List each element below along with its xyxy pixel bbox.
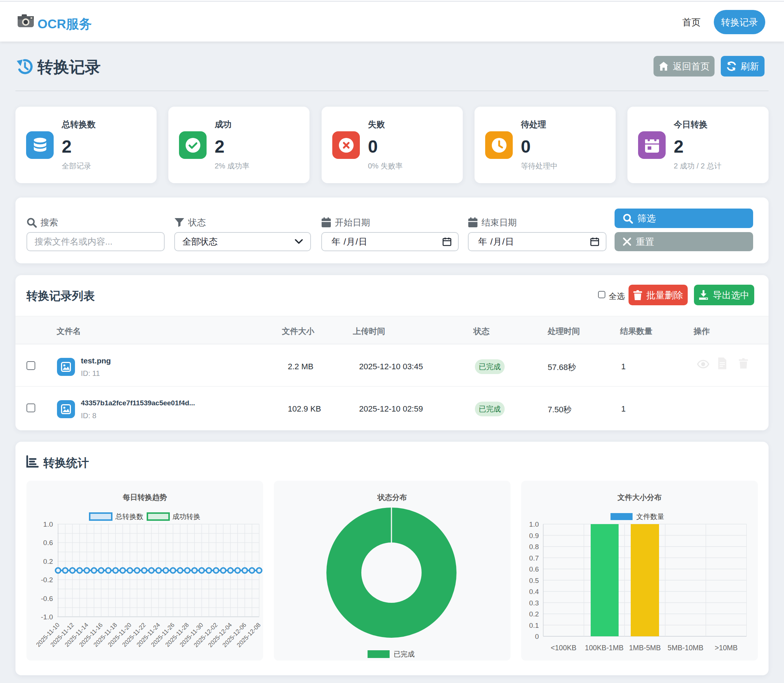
svg-text:1MB-5MB: 1MB-5MB xyxy=(629,644,661,652)
svg-text:1.0: 1.0 xyxy=(43,520,53,528)
svg-text:1.0: 1.0 xyxy=(529,520,539,528)
svg-text:0.4: 0.4 xyxy=(529,588,539,595)
svg-text:-0.6: -0.6 xyxy=(41,595,53,603)
svg-text:5MB-10MB: 5MB-10MB xyxy=(667,644,704,652)
svg-text:0: 0 xyxy=(535,633,539,640)
svg-text:成功转换: 成功转换 xyxy=(173,513,200,520)
svg-text:文件大小分布: 文件大小分布 xyxy=(617,493,662,501)
svg-text:0.8: 0.8 xyxy=(529,543,539,551)
svg-text:已完成: 已完成 xyxy=(394,650,414,658)
svg-text:0.2: 0.2 xyxy=(43,558,53,565)
svg-text:总转换数: 总转换数 xyxy=(115,513,143,520)
svg-text:<100KB: <100KB xyxy=(550,644,576,652)
svg-text:0.9: 0.9 xyxy=(529,532,539,540)
svg-text:0.5: 0.5 xyxy=(529,577,539,584)
svg-text:文件数量: 文件数量 xyxy=(636,513,664,520)
svg-text:-1.0: -1.0 xyxy=(41,613,53,621)
svg-text:0.2: 0.2 xyxy=(529,610,539,618)
svg-text:0.6: 0.6 xyxy=(43,539,53,547)
svg-text:>10MB: >10MB xyxy=(715,644,738,652)
svg-text:0.7: 0.7 xyxy=(529,554,539,562)
svg-text:0.6: 0.6 xyxy=(529,565,539,573)
svg-text:0.1: 0.1 xyxy=(529,622,539,629)
svg-text:0.3: 0.3 xyxy=(529,599,539,607)
svg-text:-0.2: -0.2 xyxy=(41,576,53,584)
svg-text:状态分布: 状态分布 xyxy=(377,493,407,501)
svg-text:100KB-1MB: 100KB-1MB xyxy=(585,644,623,652)
svg-text:每日转换趋势: 每日转换趋势 xyxy=(122,493,167,501)
